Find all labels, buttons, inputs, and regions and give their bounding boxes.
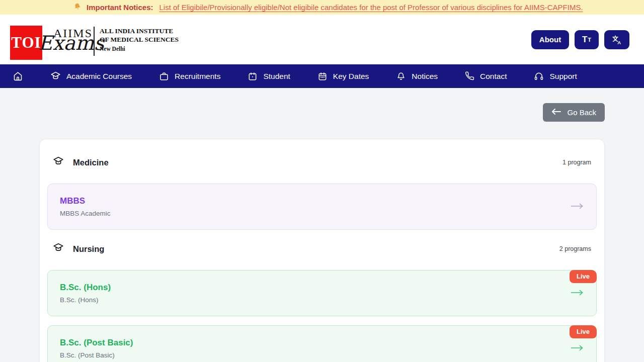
calendar-icon bbox=[248, 71, 258, 81]
program-subtitle: B.Sc. (Hons) bbox=[60, 296, 584, 304]
nav-notices[interactable]: Notices bbox=[396, 71, 438, 81]
section-header-nursing: Nursing 2 programs bbox=[47, 242, 597, 256]
brand: TOI AIIMS Exams ALL INDIA INSTITUTE OF M… bbox=[0, 15, 179, 64]
text-size-button[interactable]: T T bbox=[575, 30, 599, 49]
program-subtitle: MBBS Academic bbox=[60, 210, 584, 217]
about-button[interactable]: About bbox=[531, 30, 569, 49]
arrow-right-icon bbox=[571, 289, 584, 298]
program-card-mbbs[interactable]: MBBS MBBS Academic bbox=[47, 184, 597, 230]
program-subtitle: B.Sc. (Post Basic) bbox=[60, 351, 584, 359]
header-actions: About T T A bbox=[531, 30, 629, 49]
program-title: B.Sc. (Hons) bbox=[60, 283, 584, 293]
notice-label: Important Notices: bbox=[87, 3, 153, 12]
graduation-cap-icon bbox=[53, 156, 64, 169]
nav-contact[interactable]: Contact bbox=[465, 71, 507, 81]
nav-recruitments[interactable]: Recruitments bbox=[159, 71, 220, 81]
arrow-left-icon bbox=[551, 108, 561, 117]
main-content: Go Back Medicine 1 program MBBS MBBS Aca… bbox=[0, 103, 644, 362]
arrow-right-icon bbox=[571, 344, 584, 353]
graduation-cap-icon bbox=[53, 242, 64, 255]
bell-icon bbox=[396, 71, 406, 81]
header: TOI AIIMS Exams ALL INDIA INSTITUTE OF M… bbox=[0, 15, 644, 64]
org-line1: ALL INDIA INSTITUTE bbox=[100, 27, 179, 35]
translate-button[interactable]: A bbox=[604, 30, 629, 49]
nav-academic-courses[interactable]: Academic Courses bbox=[50, 71, 132, 81]
translate-icon: A bbox=[611, 35, 622, 45]
live-badge: Live bbox=[570, 325, 597, 338]
calendar-check-icon bbox=[317, 71, 328, 81]
program-title: MBBS bbox=[60, 196, 584, 206]
graduation-cap-icon bbox=[50, 71, 61, 81]
bell-icon bbox=[72, 2, 84, 14]
go-back-button[interactable]: Go Back bbox=[543, 103, 605, 122]
org-city: New Delhi bbox=[100, 45, 179, 53]
aiims-exams-logo: AIIMS Exams bbox=[41, 22, 89, 58]
nav-support[interactable]: Support bbox=[534, 71, 577, 81]
org-name: ALL INDIA INSTITUTE OF MEDICAL SCIENCES … bbox=[100, 27, 179, 52]
section-title: Medicine bbox=[73, 158, 109, 167]
program-count: 2 programs bbox=[559, 245, 591, 252]
phone-icon bbox=[465, 71, 474, 81]
main-nav: Academic Courses Recruitments Student bbox=[0, 64, 644, 88]
svg-text:A: A bbox=[617, 39, 621, 44]
programs-panel: Medicine 1 program MBBS MBBS Academic Nu… bbox=[39, 139, 605, 362]
nav-key-dates[interactable]: Key Dates bbox=[317, 71, 369, 81]
program-card-bsc-hons[interactable]: Live B.Sc. (Hons) B.Sc. (Hons) bbox=[47, 270, 597, 316]
section-header-medicine: Medicine 1 program bbox=[47, 155, 597, 169]
headset-icon bbox=[534, 71, 544, 81]
home-icon bbox=[13, 71, 23, 81]
program-title: B.Sc. (Post Basic) bbox=[60, 338, 584, 348]
briefcase-icon bbox=[159, 71, 169, 81]
notice-bar: Important Notices: List of Eligibile/Pro… bbox=[0, 0, 644, 15]
nav-student[interactable]: Student bbox=[248, 71, 290, 81]
program-count: 1 program bbox=[562, 159, 591, 166]
program-card-bsc-post-basic[interactable]: Live B.Sc. (Post Basic) B.Sc. (Post Basi… bbox=[47, 325, 597, 362]
nav-home[interactable] bbox=[13, 71, 23, 81]
notice-link[interactable]: List of Eligibile/Provisionally eligible… bbox=[159, 3, 583, 12]
arrow-right-icon bbox=[571, 202, 584, 211]
section-title: Nursing bbox=[73, 244, 104, 254]
toi-watermark: TOI bbox=[10, 26, 42, 60]
logo-script: Exams bbox=[38, 32, 104, 54]
live-badge: Live bbox=[570, 270, 597, 283]
org-line2: OF MEDICAL SCIENCES bbox=[100, 35, 179, 44]
